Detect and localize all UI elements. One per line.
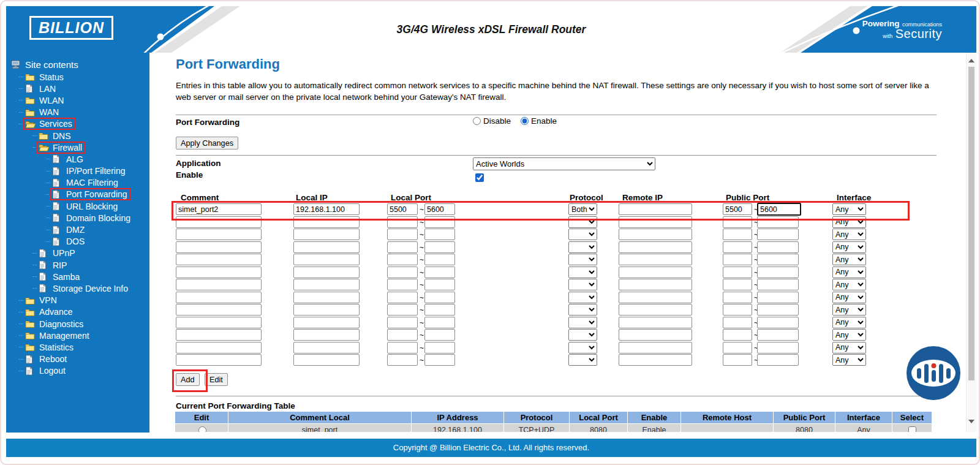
public-port-to-input[interactable]: [757, 317, 799, 328]
local-ip-input[interactable]: [293, 317, 360, 328]
public-port-to-input[interactable]: [757, 292, 799, 303]
select-checkbox[interactable]: [908, 426, 916, 433]
local-port-from-input[interactable]: [387, 267, 418, 278]
local-port-to-input[interactable]: [424, 304, 455, 316]
local-port-to-input[interactable]: [424, 203, 455, 215]
public-port-from-input[interactable]: [723, 317, 752, 328]
scrollbar-up-arrow[interactable]: [968, 59, 974, 62]
comment-input[interactable]: [176, 304, 262, 316]
protocol-select[interactable]: [568, 216, 597, 228]
apply-changes-button[interactable]: Apply Changes: [176, 137, 238, 149]
public-port-from-input[interactable]: [723, 279, 752, 290]
sidebar-item-statistics[interactable]: Statistics: [6, 341, 149, 353]
sidebar-item-alg[interactable]: ALG: [6, 153, 149, 165]
remote-ip-input[interactable]: [619, 279, 692, 290]
local-port-from-input[interactable]: [387, 292, 418, 303]
comment-input[interactable]: [176, 229, 262, 240]
public-port-from-input[interactable]: [723, 267, 752, 278]
public-port-to-input[interactable]: [757, 203, 801, 216]
protocol-select[interactable]: [568, 254, 597, 265]
sidebar-item-mac-filtering[interactable]: MAC Filtering: [6, 177, 149, 189]
edit-button[interactable]: Edit: [205, 373, 228, 386]
sidebar-item-vpn[interactable]: VPN: [6, 295, 149, 306]
wave-overlay-logo[interactable]: [906, 346, 961, 401]
remote-ip-input[interactable]: [619, 203, 692, 215]
public-port-from-input[interactable]: [723, 216, 752, 228]
sidebar-item-dos[interactable]: DOS: [6, 236, 149, 248]
public-port-from-input[interactable]: [723, 354, 752, 366]
local-ip-input[interactable]: [293, 279, 360, 290]
protocol-select[interactable]: [568, 267, 597, 278]
local-port-to-input[interactable]: [424, 342, 455, 353]
local-port-from-input[interactable]: [387, 342, 418, 353]
sidebar-item-dns[interactable]: DNS: [6, 130, 149, 142]
scrollbar-down-arrow[interactable]: [968, 420, 974, 423]
interface-select[interactable]: Any: [832, 267, 866, 278]
interface-select[interactable]: Any: [832, 317, 866, 328]
public-port-to-input[interactable]: [757, 279, 799, 290]
sidebar-item-wan[interactable]: WAN: [6, 107, 149, 118]
sidebar-item-management[interactable]: Management: [6, 330, 149, 341]
protocol-select[interactable]: [568, 292, 597, 303]
protocol-select[interactable]: [568, 317, 597, 328]
local-port-from-input[interactable]: [387, 354, 418, 366]
comment-input[interactable]: [176, 203, 262, 215]
local-ip-input[interactable]: [293, 216, 360, 228]
enable-checkbox[interactable]: [475, 173, 484, 182]
public-port-to-input[interactable]: [757, 304, 799, 316]
protocol-select[interactable]: [568, 304, 597, 316]
comment-input[interactable]: [176, 267, 262, 278]
public-port-from-input[interactable]: [723, 229, 752, 240]
comment-input[interactable]: [176, 292, 262, 303]
public-port-to-input[interactable]: [757, 267, 799, 278]
local-port-from-input[interactable]: [387, 254, 418, 265]
local-port-from-input[interactable]: [387, 241, 418, 253]
protocol-select[interactable]: [568, 229, 597, 240]
local-ip-input[interactable]: [293, 329, 360, 341]
local-ip-input[interactable]: [293, 354, 360, 366]
interface-select[interactable]: Any: [832, 329, 866, 341]
interface-select[interactable]: Any: [832, 342, 866, 353]
add-button[interactable]: Add: [176, 373, 200, 386]
enable-radio[interactable]: [521, 117, 529, 125]
local-ip-input[interactable]: [293, 267, 360, 278]
public-port-to-input[interactable]: [757, 216, 799, 228]
sidebar-item-upnp[interactable]: UPnP: [6, 248, 149, 259]
public-port-from-input[interactable]: [723, 292, 752, 303]
local-port-from-input[interactable]: [387, 329, 418, 341]
local-port-from-input[interactable]: [387, 216, 418, 228]
interface-select[interactable]: Any: [832, 203, 866, 215]
interface-select[interactable]: Any: [832, 216, 866, 228]
local-port-to-input[interactable]: [424, 267, 455, 278]
public-port-to-input[interactable]: [757, 254, 799, 265]
public-port-from-input[interactable]: [723, 254, 752, 265]
remote-ip-input[interactable]: [619, 216, 692, 228]
public-port-from-input[interactable]: [723, 342, 752, 353]
edit-radio[interactable]: [198, 426, 206, 433]
remote-ip-input[interactable]: [619, 354, 692, 366]
sidebar-item-status[interactable]: Status: [6, 71, 149, 83]
remote-ip-input[interactable]: [619, 254, 692, 265]
comment-input[interactable]: [176, 342, 262, 353]
protocol-select[interactable]: [568, 329, 597, 341]
local-port-to-input[interactable]: [424, 292, 455, 303]
sidebar-item-lan[interactable]: LAN: [6, 83, 149, 94]
sidebar-item-wlan[interactable]: WLAN: [6, 94, 149, 106]
protocol-select[interactable]: Both: [568, 203, 597, 215]
interface-select[interactable]: Any: [832, 354, 866, 366]
comment-input[interactable]: [176, 354, 262, 366]
sidebar-item-port-forwarding[interactable]: Port Forwarding: [6, 189, 149, 200]
public-port-to-input[interactable]: [757, 354, 799, 366]
sidebar-root-site-contents[interactable]: Site contents: [6, 58, 149, 71]
interface-select[interactable]: Any: [832, 304, 866, 316]
public-port-to-input[interactable]: [757, 329, 799, 341]
sidebar-item-services[interactable]: Services: [6, 118, 149, 130]
protocol-select[interactable]: [568, 279, 597, 290]
local-port-to-input[interactable]: [424, 254, 455, 265]
remote-ip-input[interactable]: [619, 342, 692, 353]
local-ip-input[interactable]: [293, 203, 360, 215]
protocol-select[interactable]: [568, 354, 597, 366]
local-port-from-input[interactable]: [387, 317, 418, 328]
interface-select[interactable]: Any: [832, 279, 866, 290]
local-port-from-input[interactable]: [387, 304, 418, 316]
